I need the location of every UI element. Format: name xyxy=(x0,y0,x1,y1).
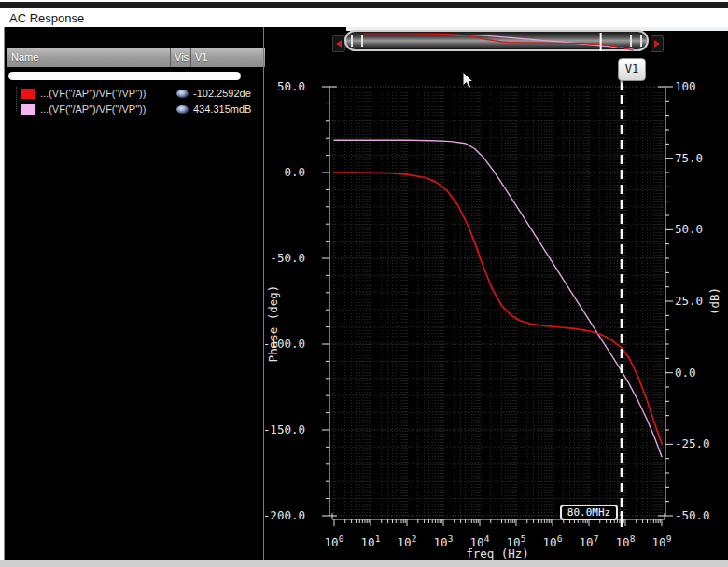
marker-v1-label[interactable]: V1 xyxy=(618,58,646,81)
svg-text:50.0: 50.0 xyxy=(277,79,305,93)
svg-text:-50.0: -50.0 xyxy=(675,508,710,522)
phase_deg-curve[interactable] xyxy=(334,173,662,444)
svg-text:0.0: 0.0 xyxy=(284,165,305,179)
svg-text:107: 107 xyxy=(580,533,599,549)
signal-color-swatch xyxy=(21,104,35,115)
visibility-eye-icon[interactable] xyxy=(176,105,189,114)
svg-text:102: 102 xyxy=(398,533,417,549)
x-axis-title: freq (Hz) xyxy=(466,546,529,560)
svg-text:-200.0: -200.0 xyxy=(265,508,305,522)
ac-response-plot: 50.00.0-50.0-100.0-150.0-200.010075.050.… xyxy=(265,27,728,560)
svg-text:75.0: 75.0 xyxy=(675,151,703,165)
svg-text:-150.0: -150.0 xyxy=(265,422,305,436)
panel-horizontal-scrollbar[interactable] xyxy=(8,72,241,80)
tab-separator xyxy=(679,0,679,3)
signals-table-header: Name Vis V1 xyxy=(7,48,265,67)
svg-text:-25.0: -25.0 xyxy=(675,436,710,450)
ac-response-window: AC Response Name Vis V1 ...(VF("/AP")/VF… xyxy=(0,0,728,567)
panel-separator[interactable] xyxy=(263,27,264,560)
mouse-cursor xyxy=(462,71,477,91)
window-top-edge xyxy=(0,2,728,8)
visibility-eye-icon[interactable] xyxy=(176,90,189,98)
signals-panel: Name Vis V1 ...(VF("/AP")/VF("/VP")) -10… xyxy=(5,27,264,560)
svg-text:106: 106 xyxy=(543,533,563,549)
svg-text:100: 100 xyxy=(675,79,696,93)
svg-text:103: 103 xyxy=(434,533,454,549)
svg-text:25.0: 25.0 xyxy=(675,294,703,308)
window-bottom-edge xyxy=(0,560,728,567)
tick-labels: 50.00.0-50.0-100.0-150.0-200.010075.050.… xyxy=(265,79,710,522)
signal-color-swatch xyxy=(21,89,35,99)
y-left-axis-title: Phase (deg) xyxy=(266,285,280,363)
marker-frequency-label[interactable]: 80.0MHz xyxy=(560,505,618,520)
tab-separator xyxy=(231,0,231,3)
y-right-axis-title: (dB) xyxy=(707,287,721,315)
svg-text:101: 101 xyxy=(361,533,381,549)
window-title: AC Response xyxy=(9,11,84,25)
column-header-vis[interactable]: Vis xyxy=(171,48,191,67)
curves xyxy=(334,140,662,457)
column-header-v1[interactable]: V1 xyxy=(191,48,265,67)
column-header-name[interactable]: Name xyxy=(7,48,171,67)
signal-v1-value: -102.2592de xyxy=(193,88,251,99)
signal-row-phase[interactable]: ...(VF("/AP")/VF("/VP")) -102.2592de xyxy=(5,86,264,102)
content-area: Name Vis V1 ...(VF("/AP")/VF("/VP")) -10… xyxy=(4,27,728,560)
signal-v1-value: 434.315mdB xyxy=(193,104,251,115)
signal-name: ...(VF("/AP")/VF("/VP")) xyxy=(40,104,146,115)
grid-minor xyxy=(329,87,665,516)
signal-row-gain[interactable]: ...(VF("/AP")/VF("/VP")) 434.315mdB xyxy=(5,102,264,118)
svg-text:108: 108 xyxy=(616,533,636,549)
svg-text:50.0: 50.0 xyxy=(675,222,703,236)
svg-text:100: 100 xyxy=(325,533,344,549)
signal-name: ...(VF("/AP")/VF("/VP")) xyxy=(40,88,146,99)
svg-text:-50.0: -50.0 xyxy=(270,251,305,265)
svg-text:0.0: 0.0 xyxy=(675,366,696,380)
svg-text:109: 109 xyxy=(652,533,672,549)
title-bar: AC Response xyxy=(0,8,728,27)
